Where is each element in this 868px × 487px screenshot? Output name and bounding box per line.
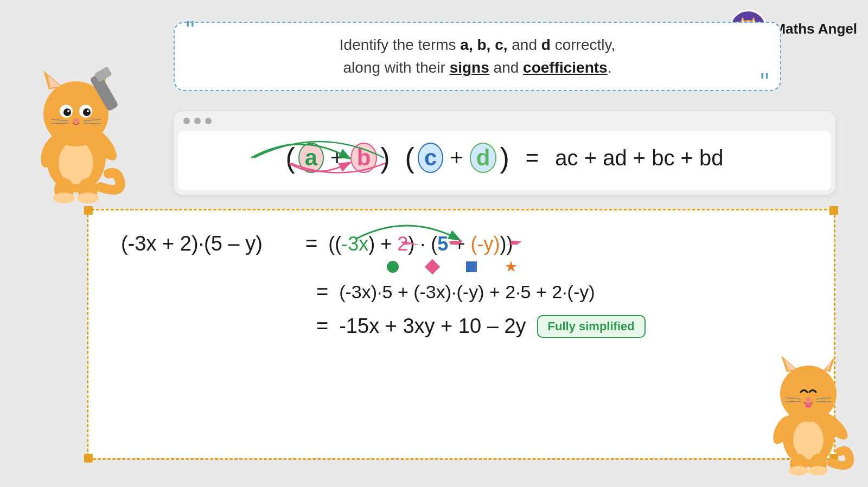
equals-3: = (316, 315, 328, 338)
foil-plus2: + (450, 145, 463, 171)
quote-open: " (186, 17, 195, 43)
foil-term-c: c (418, 143, 443, 173)
foil-close-paren2: ) (500, 142, 509, 174)
expansion-rhs2: (-3x)·5 + (-3x)·(-y) + 2·5 + 2·(-y) (339, 281, 595, 303)
foil-term-a: a (298, 143, 324, 173)
svg-line-50 (786, 401, 801, 402)
svg-line-31 (84, 123, 101, 124)
svg-point-24 (83, 108, 91, 116)
svg-point-39 (77, 193, 99, 203)
svg-point-57 (789, 466, 808, 476)
simplified-badge: Fully simplified (537, 315, 646, 338)
rhs1-close4: ) (506, 233, 513, 255)
cat-mascot-left (16, 43, 141, 206)
rhs1-plus2: + (454, 233, 470, 255)
svg-point-41 (793, 420, 824, 459)
expansion-line2: = (-3x)·5 + (-3x)·(-y) + 2·5 + 2·(-y) (121, 280, 801, 304)
expansion-line1: (-3x + 2)·(5 – y) = (121, 232, 801, 255)
shapes-row (387, 261, 801, 273)
expansion-line3: = -15x + 3xy + 10 – 2y Fully simplified (121, 315, 801, 338)
shape-blue-square (466, 261, 477, 272)
browser-dot-3 (205, 118, 212, 124)
svg-line-29 (52, 123, 68, 124)
rhs1-dot: · (420, 233, 425, 255)
browser-dot-2 (194, 118, 201, 124)
quote-close: " (760, 69, 769, 95)
rhs1-close3: ) (500, 233, 506, 255)
rhs1-open3: ( (431, 233, 437, 255)
expansion-lhs: (-3x + 2)·(5 – y) (121, 232, 295, 255)
browser-content: ( a + b ) ( c + d ) = ac + ad + bc + bd (178, 131, 831, 190)
quote-text: Identify the terms a, b, c, and d correc… (202, 34, 753, 79)
rhs1-open: ( (328, 233, 335, 255)
rhs1-open2: ( (335, 233, 341, 255)
svg-point-47 (806, 398, 811, 401)
foil-open-paren1: ( (285, 142, 295, 174)
browser-panel: ( a + b ) ( c + d ) = ac + ad + bc + bd (174, 111, 835, 195)
svg-point-26 (87, 110, 89, 112)
shape-green-circle (387, 261, 399, 273)
svg-point-27 (73, 118, 79, 123)
svg-point-15 (59, 141, 93, 184)
svg-point-58 (808, 466, 828, 476)
expansion-rhs3: -15x + 3xy + 10 – 2y (339, 315, 526, 338)
browser-dot-1 (183, 118, 190, 124)
foil-term-d: d (470, 143, 497, 173)
svg-point-48 (805, 403, 812, 408)
rhs1-close2: ) (408, 233, 414, 255)
rhs1-neg3x: -3x (341, 233, 368, 255)
shape-pink-diamond (425, 259, 440, 274)
rhs1-negy: (-y) (470, 233, 500, 255)
logo-text: Maths Angel (774, 21, 857, 37)
quote-box: " Identify the terms a, b, c, and d corr… (174, 22, 781, 91)
math-area: (-3x + 2)·(5 – y) = (110, 221, 812, 349)
quote-line1: Identify the terms a, b, c, and d correc… (340, 36, 615, 53)
corner-tl (84, 206, 93, 215)
svg-point-25 (67, 110, 69, 112)
svg-line-52 (816, 401, 831, 402)
svg-point-23 (63, 108, 71, 116)
cat-mascot-right (760, 335, 863, 476)
rhs1-plus1: + (380, 233, 397, 255)
svg-point-38 (53, 193, 75, 203)
foil-formula: ( a + b ) ( c + d ) = ac + ad + bc + bd (200, 142, 809, 174)
expansion-rhs1: ((-3x) + 2) · (5 + (-y))) (328, 233, 801, 255)
rhs1-2: 2 (397, 233, 408, 255)
rhs1-close1: ) (368, 233, 375, 255)
corner-bl (84, 454, 93, 463)
corner-tr (829, 206, 838, 215)
rhs1-5: 5 (437, 233, 448, 255)
shape-orange-star (505, 261, 517, 273)
foil-plus1: + (330, 145, 344, 171)
foil-equals: = (526, 145, 539, 171)
quote-line2: along with their signs and coefficients. (343, 59, 612, 76)
foil-close-paren1: ) (380, 142, 390, 174)
equals-1: = (305, 232, 317, 255)
foil-open-paren2: ( (405, 142, 414, 174)
svg-point-42 (780, 366, 837, 422)
main-box: (-3x + 2)·(5 – y) = (87, 209, 835, 460)
browser-bar (174, 111, 835, 131)
foil-term-b: b (350, 143, 378, 173)
foil-rhs: ac + ad + bc + bd (555, 146, 723, 170)
equals-2: = (316, 280, 328, 304)
